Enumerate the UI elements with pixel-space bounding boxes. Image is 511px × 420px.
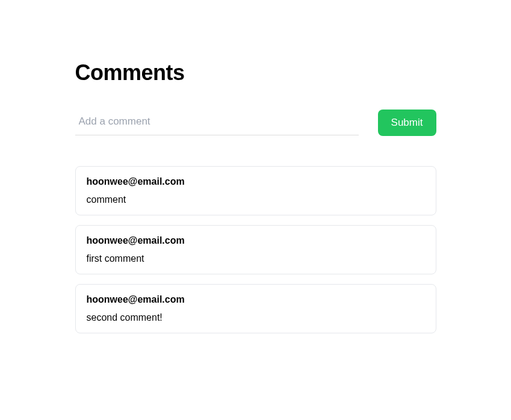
comment-body: first comment <box>87 253 425 264</box>
comment-card: hoonwee@email.com second comment! <box>75 284 436 333</box>
comment-input[interactable] <box>75 111 359 135</box>
comments-list: hoonwee@email.com comment hoonwee@email.… <box>75 166 436 333</box>
comment-card: hoonwee@email.com comment <box>75 166 436 215</box>
comments-section: Comments Submit hoonwee@email.com commen… <box>75 0 436 333</box>
page-title: Comments <box>75 60 436 85</box>
comment-author: hoonwee@email.com <box>87 294 425 305</box>
comment-author: hoonwee@email.com <box>87 235 425 246</box>
comment-author: hoonwee@email.com <box>87 176 425 187</box>
comment-form: Submit <box>75 110 436 136</box>
comment-body: second comment! <box>87 312 425 323</box>
comment-card: hoonwee@email.com first comment <box>75 225 436 274</box>
comment-body: comment <box>87 194 425 205</box>
submit-button[interactable]: Submit <box>378 110 436 136</box>
